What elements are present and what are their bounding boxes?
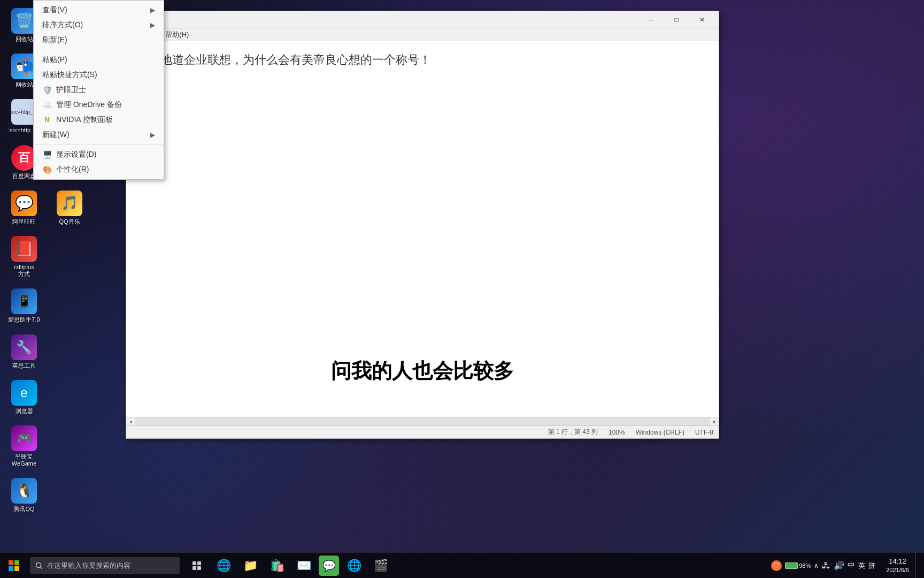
minimize-button[interactable]: ─	[638, 12, 663, 27]
menu-help[interactable]: 帮助(H)	[161, 29, 193, 41]
scroll-track[interactable]	[135, 417, 710, 425]
titlebar-controls: ─ □ ✕	[638, 12, 714, 27]
context-menu: 查看(V) ▶ 排序方式(O) ▶ 刷新(E) 粘贴(P) 粘贴快捷方式(S) …	[33, 0, 164, 180]
svg-rect-1	[14, 560, 19, 565]
taskbar-edge[interactable]: 🌐	[211, 553, 236, 579]
status-encoding: UTF-8	[695, 429, 713, 436]
qq-label: 腾讯QQ	[13, 506, 34, 513]
tray-ime: 中	[848, 561, 855, 571]
desktop-icon-cditplus[interactable]: 📕 cditplus方式	[3, 233, 45, 280]
ctx-new[interactable]: 新建(W) ▶	[34, 127, 164, 142]
desktop-icon-edge[interactable]: e 浏览器	[3, 377, 45, 417]
ctx-sep2	[34, 144, 164, 145]
tray-input-mode: 拼	[868, 561, 875, 571]
notepad-menubar: 查看(V) 帮助(H)	[126, 28, 719, 41]
status-position: 第 1 行，第 43 列	[548, 428, 598, 437]
taskbar-store[interactable]: 🛍️	[264, 553, 290, 579]
recycle-bin-label: 回收站	[16, 36, 33, 43]
ctx-paste-shortcut-label: 粘贴快捷方式(S)	[42, 70, 97, 80]
baidu-label: 百度网盘	[12, 173, 36, 180]
tray-icons: 🛡 98% ∧ 🖧 🔊 中 英 拼	[767, 560, 880, 571]
close-button[interactable]: ✕	[690, 12, 714, 27]
qqmusic-label: QQ音乐	[59, 218, 80, 225]
tray-language: 英	[858, 561, 865, 571]
desktop-icon-yingsi[interactable]: 🔧 英思工具	[3, 332, 45, 372]
svg-rect-2	[9, 566, 13, 571]
maximize-button[interactable]: □	[664, 12, 689, 27]
ctx-display[interactable]: 🖥️ 显示设置(D)	[34, 147, 164, 162]
ctx-sort-label: 排序方式(O)	[42, 20, 83, 30]
ctx-refresh[interactable]: 刷新(E)	[34, 33, 164, 48]
ctx-view-label: 查看(V)	[42, 5, 67, 15]
svg-point-4	[36, 562, 41, 567]
svg-rect-3	[14, 566, 19, 571]
edge-icon: e	[11, 380, 37, 406]
notepad-titlebar: 📝 帮本 ─ □ ✕	[126, 11, 719, 28]
desktop-icon-aisi[interactable]: 📱 爱思助手7.0	[3, 286, 45, 326]
taskbar-media[interactable]: 🎬	[368, 553, 394, 579]
tray-network: 🖧	[822, 561, 830, 571]
scroll-left-arrow[interactable]: ◂	[126, 417, 135, 426]
status-zoom: 100%	[609, 429, 625, 436]
svg-rect-8	[192, 566, 196, 570]
notepad-subtitle-text: 问我的人也会比较多	[331, 358, 514, 385]
svg-rect-7	[197, 561, 201, 565]
ctx-view-arrow: ▶	[150, 6, 155, 14]
ctx-onedrive-icon: ☁️	[42, 100, 52, 110]
battery-percent: 98%	[799, 562, 811, 569]
ctx-personalize[interactable]: 🎨 个性化(R)	[34, 162, 164, 177]
aisi-icon: 📱	[11, 288, 37, 314]
ctx-sort[interactable]: 排序方式(O) ▶	[34, 18, 164, 33]
task-view-button[interactable]	[184, 553, 210, 579]
notepad-statusbar: 第 1 行，第 43 列 100% Windows (CRLF) UTF-8	[126, 425, 719, 438]
taskbar-app-icons: 🌐 📁 🛍️ ✉️ 💬 🌐 🎬	[184, 553, 394, 579]
yingsi-label: 英思工具	[12, 362, 36, 369]
taskbar-mail[interactable]: ✉️	[291, 553, 317, 579]
status-line-ending: Windows (CRLF)	[636, 429, 684, 436]
ctx-display-label: 显示设置(D)	[56, 150, 96, 159]
desktop-icon-qqmusic[interactable]: 🎵 QQ音乐	[48, 188, 91, 228]
ctx-defender-icon: 🛡️	[42, 85, 52, 95]
desktop-icon-qq[interactable]: 🐧 腾讯QQ	[3, 475, 45, 515]
ctx-personalize-label: 个性化(R)	[56, 165, 89, 174]
notepad-content[interactable]: 中国地道企业联想，为什么会有美帝良心想的一个称号！ 问我的人也会比较多	[126, 41, 719, 417]
horizontal-scrollbar[interactable]: ◂ ▸	[126, 417, 719, 425]
taskbar-explorer[interactable]: 📁	[237, 553, 263, 579]
search-icon	[35, 562, 43, 569]
svg-rect-6	[192, 561, 196, 565]
ctx-nvidia-label: NVIDIA 控制面板	[56, 115, 113, 125]
scroll-right-arrow[interactable]: ▸	[710, 417, 719, 426]
search-placeholder: 在这里输入你要搜索的内容	[47, 561, 130, 571]
taskbar-wechat[interactable]: 💬	[319, 556, 339, 576]
tray-antivirus-icon: 🛡	[771, 560, 782, 571]
ctx-onedrive[interactable]: ☁️ 管理 OneDrive 备份	[34, 97, 164, 112]
desktop-icon-wangwang[interactable]: 💬 阿里旺旺	[3, 188, 45, 228]
ctx-new-label: 新建(W)	[42, 130, 70, 140]
taskbar-edge2[interactable]: 🌐	[341, 553, 367, 579]
notepad-main-text: 中国地道企业联想，为什么会有美帝良心想的一个称号！	[137, 53, 431, 66]
ctx-sep1	[34, 50, 164, 50]
ctx-defender[interactable]: 🛡️ 护眼卫士	[34, 82, 164, 97]
ctx-view[interactable]: 查看(V) ▶	[34, 3, 164, 18]
start-button[interactable]	[0, 553, 28, 579]
ctx-paste[interactable]: 粘贴(P)	[34, 52, 164, 67]
edge-label: 浏览器	[16, 408, 33, 415]
ctx-onedrive-label: 管理 OneDrive 备份	[56, 100, 122, 110]
wangwang-label: 阿里旺旺	[12, 218, 36, 225]
windows-logo-icon	[9, 560, 19, 571]
ctx-nvidia[interactable]: N NVIDIA 控制面板	[34, 112, 164, 127]
tray-battery: 98%	[785, 562, 811, 569]
wegame2-label: 平映宝WeGame	[12, 453, 36, 467]
ctx-paste-shortcut[interactable]: 粘贴快捷方式(S)	[34, 67, 164, 82]
show-desktop-button[interactable]	[915, 553, 920, 579]
cditplus-icon: 📕	[11, 236, 37, 262]
qqmusic-icon: 🎵	[57, 191, 82, 216]
ctx-defender-label: 护眼卫士	[56, 85, 86, 95]
tray-show-hidden[interactable]: ∧	[814, 562, 819, 569]
desktop-icon-wegame2[interactable]: 🎮 平映宝WeGame	[3, 423, 45, 470]
qq-icon: 🐧	[11, 478, 37, 504]
ctx-new-arrow: ▶	[150, 131, 155, 139]
taskbar-search[interactable]: 在这里输入你要搜索的内容	[30, 557, 180, 574]
svg-rect-0	[9, 560, 13, 565]
mail-label: 网收站	[16, 81, 33, 88]
